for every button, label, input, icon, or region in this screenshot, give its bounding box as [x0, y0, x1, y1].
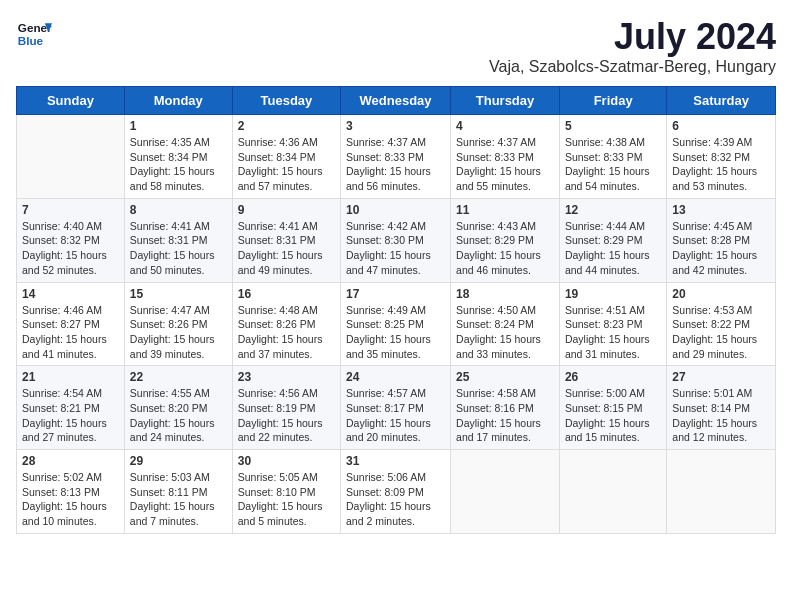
day-content: Sunrise: 4:57 AM Sunset: 8:17 PM Dayligh… — [346, 386, 445, 445]
day-content: Sunrise: 5:01 AM Sunset: 8:14 PM Dayligh… — [672, 386, 770, 445]
day-number: 20 — [672, 287, 770, 301]
calendar-cell: 13Sunrise: 4:45 AM Sunset: 8:28 PM Dayli… — [667, 198, 776, 282]
calendar-cell: 17Sunrise: 4:49 AM Sunset: 8:25 PM Dayli… — [341, 282, 451, 366]
day-content: Sunrise: 4:55 AM Sunset: 8:20 PM Dayligh… — [130, 386, 227, 445]
day-content: Sunrise: 4:44 AM Sunset: 8:29 PM Dayligh… — [565, 219, 661, 278]
day-number: 6 — [672, 119, 770, 133]
day-number: 26 — [565, 370, 661, 384]
calendar-cell: 8Sunrise: 4:41 AM Sunset: 8:31 PM Daylig… — [124, 198, 232, 282]
day-number: 22 — [130, 370, 227, 384]
day-number: 24 — [346, 370, 445, 384]
calendar-cell: 24Sunrise: 4:57 AM Sunset: 8:17 PM Dayli… — [341, 366, 451, 450]
day-content: Sunrise: 4:39 AM Sunset: 8:32 PM Dayligh… — [672, 135, 770, 194]
calendar-cell: 16Sunrise: 4:48 AM Sunset: 8:26 PM Dayli… — [232, 282, 340, 366]
day-number: 14 — [22, 287, 119, 301]
day-number: 29 — [130, 454, 227, 468]
day-content: Sunrise: 4:38 AM Sunset: 8:33 PM Dayligh… — [565, 135, 661, 194]
calendar-week-row: 21Sunrise: 4:54 AM Sunset: 8:21 PM Dayli… — [17, 366, 776, 450]
day-content: Sunrise: 4:37 AM Sunset: 8:33 PM Dayligh… — [346, 135, 445, 194]
day-number: 30 — [238, 454, 335, 468]
calendar-week-row: 28Sunrise: 5:02 AM Sunset: 8:13 PM Dayli… — [17, 450, 776, 534]
day-content: Sunrise: 4:48 AM Sunset: 8:26 PM Dayligh… — [238, 303, 335, 362]
day-number: 16 — [238, 287, 335, 301]
calendar-cell: 30Sunrise: 5:05 AM Sunset: 8:10 PM Dayli… — [232, 450, 340, 534]
day-number: 3 — [346, 119, 445, 133]
calendar-cell: 12Sunrise: 4:44 AM Sunset: 8:29 PM Dayli… — [559, 198, 666, 282]
day-content: Sunrise: 4:50 AM Sunset: 8:24 PM Dayligh… — [456, 303, 554, 362]
day-content: Sunrise: 4:42 AM Sunset: 8:30 PM Dayligh… — [346, 219, 445, 278]
calendar-cell: 28Sunrise: 5:02 AM Sunset: 8:13 PM Dayli… — [17, 450, 125, 534]
calendar-cell: 20Sunrise: 4:53 AM Sunset: 8:22 PM Dayli… — [667, 282, 776, 366]
day-number: 10 — [346, 203, 445, 217]
calendar-cell — [17, 115, 125, 199]
day-number: 17 — [346, 287, 445, 301]
day-content: Sunrise: 4:53 AM Sunset: 8:22 PM Dayligh… — [672, 303, 770, 362]
day-number: 15 — [130, 287, 227, 301]
day-number: 28 — [22, 454, 119, 468]
calendar-cell: 29Sunrise: 5:03 AM Sunset: 8:11 PM Dayli… — [124, 450, 232, 534]
day-number: 7 — [22, 203, 119, 217]
calendar-cell: 19Sunrise: 4:51 AM Sunset: 8:23 PM Dayli… — [559, 282, 666, 366]
day-content: Sunrise: 4:37 AM Sunset: 8:33 PM Dayligh… — [456, 135, 554, 194]
svg-text:Blue: Blue — [18, 34, 44, 47]
calendar-cell: 7Sunrise: 4:40 AM Sunset: 8:32 PM Daylig… — [17, 198, 125, 282]
calendar-cell — [559, 450, 666, 534]
calendar-cell: 3Sunrise: 4:37 AM Sunset: 8:33 PM Daylig… — [341, 115, 451, 199]
page-header: General Blue July 2024 Vaja, Szabolcs-Sz… — [16, 16, 776, 76]
day-number: 9 — [238, 203, 335, 217]
logo: General Blue — [16, 16, 52, 52]
calendar-cell: 26Sunrise: 5:00 AM Sunset: 8:15 PM Dayli… — [559, 366, 666, 450]
calendar-cell: 6Sunrise: 4:39 AM Sunset: 8:32 PM Daylig… — [667, 115, 776, 199]
calendar-cell: 25Sunrise: 4:58 AM Sunset: 8:16 PM Dayli… — [451, 366, 560, 450]
calendar-cell — [451, 450, 560, 534]
calendar-cell: 15Sunrise: 4:47 AM Sunset: 8:26 PM Dayli… — [124, 282, 232, 366]
calendar-cell: 31Sunrise: 5:06 AM Sunset: 8:09 PM Dayli… — [341, 450, 451, 534]
calendar-week-row: 14Sunrise: 4:46 AM Sunset: 8:27 PM Dayli… — [17, 282, 776, 366]
column-header-saturday: Saturday — [667, 87, 776, 115]
column-header-wednesday: Wednesday — [341, 87, 451, 115]
day-number: 2 — [238, 119, 335, 133]
day-number: 11 — [456, 203, 554, 217]
location-subtitle: Vaja, Szabolcs-Szatmar-Bereg, Hungary — [489, 58, 776, 76]
month-year-title: July 2024 — [489, 16, 776, 58]
column-header-friday: Friday — [559, 87, 666, 115]
day-number: 12 — [565, 203, 661, 217]
calendar-header-row: SundayMondayTuesdayWednesdayThursdayFrid… — [17, 87, 776, 115]
day-content: Sunrise: 4:46 AM Sunset: 8:27 PM Dayligh… — [22, 303, 119, 362]
title-area: July 2024 Vaja, Szabolcs-Szatmar-Bereg, … — [489, 16, 776, 76]
day-number: 31 — [346, 454, 445, 468]
calendar-cell: 27Sunrise: 5:01 AM Sunset: 8:14 PM Dayli… — [667, 366, 776, 450]
day-content: Sunrise: 4:35 AM Sunset: 8:34 PM Dayligh… — [130, 135, 227, 194]
day-content: Sunrise: 4:40 AM Sunset: 8:32 PM Dayligh… — [22, 219, 119, 278]
day-number: 1 — [130, 119, 227, 133]
day-content: Sunrise: 4:36 AM Sunset: 8:34 PM Dayligh… — [238, 135, 335, 194]
calendar-cell: 4Sunrise: 4:37 AM Sunset: 8:33 PM Daylig… — [451, 115, 560, 199]
column-header-thursday: Thursday — [451, 87, 560, 115]
logo-icon: General Blue — [16, 16, 52, 52]
calendar-cell: 9Sunrise: 4:41 AM Sunset: 8:31 PM Daylig… — [232, 198, 340, 282]
calendar-week-row: 1Sunrise: 4:35 AM Sunset: 8:34 PM Daylig… — [17, 115, 776, 199]
day-content: Sunrise: 5:05 AM Sunset: 8:10 PM Dayligh… — [238, 470, 335, 529]
day-content: Sunrise: 5:06 AM Sunset: 8:09 PM Dayligh… — [346, 470, 445, 529]
calendar-cell: 14Sunrise: 4:46 AM Sunset: 8:27 PM Dayli… — [17, 282, 125, 366]
calendar-cell: 22Sunrise: 4:55 AM Sunset: 8:20 PM Dayli… — [124, 366, 232, 450]
day-number: 8 — [130, 203, 227, 217]
day-number: 21 — [22, 370, 119, 384]
column-header-tuesday: Tuesday — [232, 87, 340, 115]
calendar-cell: 5Sunrise: 4:38 AM Sunset: 8:33 PM Daylig… — [559, 115, 666, 199]
day-content: Sunrise: 4:41 AM Sunset: 8:31 PM Dayligh… — [130, 219, 227, 278]
calendar-cell — [667, 450, 776, 534]
calendar-cell: 1Sunrise: 4:35 AM Sunset: 8:34 PM Daylig… — [124, 115, 232, 199]
day-content: Sunrise: 4:45 AM Sunset: 8:28 PM Dayligh… — [672, 219, 770, 278]
day-number: 25 — [456, 370, 554, 384]
day-content: Sunrise: 5:03 AM Sunset: 8:11 PM Dayligh… — [130, 470, 227, 529]
day-content: Sunrise: 4:47 AM Sunset: 8:26 PM Dayligh… — [130, 303, 227, 362]
day-content: Sunrise: 5:02 AM Sunset: 8:13 PM Dayligh… — [22, 470, 119, 529]
day-number: 13 — [672, 203, 770, 217]
day-number: 18 — [456, 287, 554, 301]
calendar-week-row: 7Sunrise: 4:40 AM Sunset: 8:32 PM Daylig… — [17, 198, 776, 282]
day-number: 23 — [238, 370, 335, 384]
day-number: 19 — [565, 287, 661, 301]
calendar-table: SundayMondayTuesdayWednesdayThursdayFrid… — [16, 86, 776, 534]
calendar-cell: 21Sunrise: 4:54 AM Sunset: 8:21 PM Dayli… — [17, 366, 125, 450]
